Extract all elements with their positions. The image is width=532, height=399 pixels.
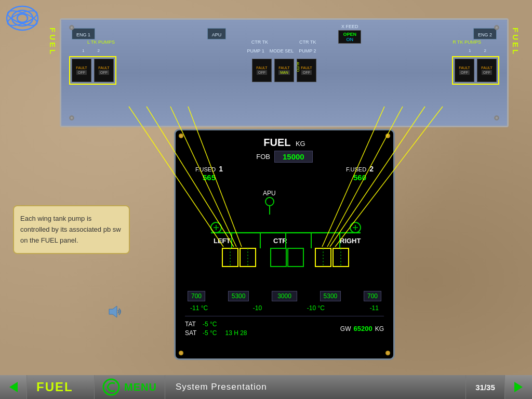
tat-sat-section: TAT -5 °C SAT -5 °C 13 H 28 bbox=[185, 321, 247, 337]
svg-rect-35 bbox=[271, 248, 286, 267]
temp-display-row: -11 °C -10 -10 °C -11 bbox=[185, 304, 384, 312]
temp-right: -10 °C bbox=[307, 304, 325, 312]
gw-unit: KG bbox=[375, 325, 384, 332]
menu-c-icon bbox=[102, 378, 120, 396]
left-pump-1-btn[interactable]: FAULT OFF bbox=[72, 59, 91, 82]
bolt-br bbox=[385, 351, 390, 355]
left-pump-2-btn[interactable]: FAULT OFF bbox=[94, 59, 114, 82]
nav-presentation-section: System Presentation bbox=[165, 375, 466, 399]
ctr-tk-2-label: CTR TK bbox=[299, 39, 316, 45]
svg-marker-41 bbox=[109, 306, 117, 317]
eng1-label: ENG 1 bbox=[76, 32, 90, 37]
sat-row: SAT -5 °C 13 H 28 bbox=[185, 329, 247, 337]
info-text: Each wing tank pump is controlled by its… bbox=[20, 215, 121, 244]
ecam-title-area: FUEL KG bbox=[185, 137, 384, 149]
ecam-display: FUEL KG FOB 15000 F.USED 1 565 F.USED 2 … bbox=[174, 129, 395, 360]
gw-label: GW bbox=[340, 325, 351, 332]
svg-rect-37 bbox=[315, 248, 331, 267]
audio-icon[interactable] bbox=[107, 304, 125, 322]
mode-sel-label: MODE SEL bbox=[270, 48, 294, 54]
tat-value: -5 °C bbox=[203, 321, 217, 328]
r-tk-pumps-label: R TK PUMPS bbox=[453, 39, 481, 45]
gw-value: 65200 bbox=[354, 325, 373, 332]
svg-marker-44 bbox=[514, 382, 523, 392]
pump2-label: PUMP 2 bbox=[299, 48, 316, 54]
time-value: 13 H 28 bbox=[225, 329, 247, 337]
fuel-label-right: FUEL bbox=[511, 28, 520, 56]
panel-screw-tl bbox=[69, 25, 74, 30]
f-used-1: F.USED 1 565 bbox=[195, 165, 223, 182]
f-used-1-val: 565 bbox=[203, 173, 216, 182]
fob-section: FOB 15000 bbox=[185, 151, 384, 163]
xfeed-label: X FEED bbox=[341, 24, 358, 29]
qty-left-outer: 700 bbox=[188, 291, 205, 301]
svg-rect-39 bbox=[333, 248, 349, 267]
menu-label: MENU bbox=[124, 381, 157, 393]
svg-text:LEFT: LEFT bbox=[214, 237, 231, 245]
panel-screw-bl bbox=[69, 115, 74, 121]
l-tk-pumps-label: L TK PUMPS bbox=[87, 39, 115, 45]
svg-point-2 bbox=[17, 14, 28, 22]
panel-screw-br bbox=[494, 115, 499, 121]
nav-page-number: 31/35 bbox=[466, 375, 505, 399]
info-box: Each wing tank pump is controlled by its… bbox=[13, 205, 130, 254]
fuel-hardware-panel: FUEL FUEL ENG 1 APU X FEED OPEN bbox=[60, 18, 509, 127]
eng2-label: ENG 2 bbox=[478, 32, 492, 37]
center-pump-group: FAULT OFF FAULT MAN AUTO FAULT OFF bbox=[252, 59, 316, 82]
sat-value: -5 °C bbox=[203, 329, 217, 337]
ecam-divider bbox=[185, 316, 384, 316]
qty-center: 3000 bbox=[272, 291, 297, 301]
svg-marker-42 bbox=[9, 382, 18, 392]
pump1-label: PUMP 1 bbox=[247, 48, 264, 54]
svg-rect-36 bbox=[288, 248, 303, 267]
nav-fuel-section: FUEL bbox=[27, 375, 95, 399]
xfeed-open: OPEN bbox=[340, 32, 360, 37]
nav-menu-section[interactable]: MENU bbox=[95, 375, 165, 399]
f-used-2-val: 560 bbox=[353, 173, 366, 182]
ctr-tk-1-label: CTR TK bbox=[251, 39, 268, 45]
fuel-label-left: FUEL bbox=[48, 28, 57, 56]
qty-display-row: 700 5300 3000 5300 700 bbox=[185, 291, 384, 301]
nav-prev-button[interactable] bbox=[0, 375, 27, 399]
bolt-tl bbox=[179, 134, 183, 138]
density-right: -11 bbox=[370, 304, 379, 312]
density-left: -10 bbox=[253, 304, 262, 312]
nav-bar: FUEL MENU System Presentation 31/35 bbox=[0, 375, 532, 399]
ecam-unit: KG bbox=[296, 140, 305, 148]
gw-section: GW 65200 KG bbox=[340, 325, 384, 332]
svg-rect-33 bbox=[240, 248, 256, 267]
company-logo bbox=[4, 4, 41, 33]
presentation-label: System Presentation bbox=[176, 382, 267, 392]
right-pump-1-btn[interactable]: FAULT OFF bbox=[455, 59, 474, 82]
bolt-bl bbox=[179, 351, 183, 355]
tat-row: TAT -5 °C bbox=[185, 321, 247, 328]
page-num: 31/35 bbox=[475, 383, 495, 392]
qty-left-inner: 5300 bbox=[228, 291, 249, 301]
sat-label: SAT bbox=[185, 329, 200, 337]
right-pump-2-btn[interactable]: FAULT OFF bbox=[477, 59, 497, 82]
ctr-pump-1-btn[interactable]: FAULT OFF bbox=[252, 59, 272, 82]
temp-left: -11 °C bbox=[190, 304, 208, 312]
svg-point-14 bbox=[265, 197, 274, 206]
fob-label: FOB bbox=[256, 153, 270, 161]
svg-rect-31 bbox=[222, 248, 238, 267]
right-pump-group: FAULT OFF FAULT OFF bbox=[452, 56, 499, 85]
mode-sel-btn[interactable]: FAULT MAN AUTO bbox=[274, 59, 294, 82]
qty-right-outer: 700 bbox=[364, 291, 381, 301]
nav-title: FUEL bbox=[36, 380, 73, 394]
tank-diagram-svg: APU LEFT CTR RIGHT bbox=[185, 186, 387, 290]
qty-right-inner: 5300 bbox=[320, 291, 341, 301]
nav-next-button[interactable] bbox=[505, 375, 532, 399]
f-used-row: F.USED 1 565 F.USED 2 560 bbox=[185, 165, 384, 182]
panel-screw-tr bbox=[494, 25, 499, 30]
ecam-fuel-title: FUEL bbox=[263, 137, 290, 148]
tat-label: TAT bbox=[185, 321, 200, 328]
apu-label: APU bbox=[212, 32, 222, 37]
svg-text:APU: APU bbox=[263, 190, 276, 197]
f-used-2: F.USED 2 560 bbox=[346, 165, 374, 182]
bolt-tr bbox=[385, 134, 390, 138]
ecam-bottom-row: TAT -5 °C SAT -5 °C 13 H 28 GW 65200 KG bbox=[185, 321, 384, 337]
left-pump-group: FAULT OFF FAULT OFF bbox=[69, 56, 116, 85]
fob-value: 15000 bbox=[274, 151, 313, 163]
svg-text:RIGHT: RIGHT bbox=[340, 237, 361, 245]
